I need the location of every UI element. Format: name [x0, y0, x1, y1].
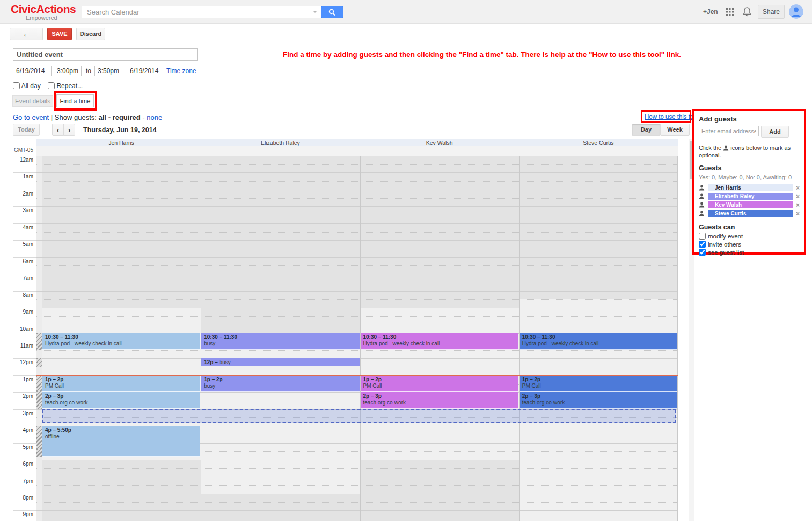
rsvp-counts: Yes: 0, Maybe: 0, No: 0, Awaiting: 0 [699, 174, 800, 180]
half-hour-line [36, 181, 678, 182]
guest-chip-elizabeth-raley: Elizabeth Raley [708, 193, 793, 200]
half-hour-line [36, 265, 678, 266]
person-icon[interactable] [699, 202, 705, 208]
event-time: 10:30 – 11:30 [522, 334, 675, 341]
guests-can-heading: Guests can [699, 223, 800, 231]
event-hydra-pod-weekly-check-in-call[interactable]: 10:30 – 11:30Hydra pod - weekly check in… [520, 333, 677, 349]
person-icon[interactable] [699, 193, 705, 199]
permission-label: see guest list [708, 249, 744, 256]
calendar-grid: Jen HarrisElizabeth RaleyKev WalshSteve … [0, 0, 812, 521]
remove-guest-icon[interactable]: × [796, 193, 800, 200]
event-teach-org-co-work[interactable]: 2p – 3pteach.org co-work [520, 392, 677, 408]
axis-hour-line [13, 172, 36, 173]
hour-line [36, 257, 678, 258]
permission-label: modify event [708, 233, 743, 240]
hour-label-9am: 9am [13, 309, 33, 315]
tab-find-a-time[interactable]: Find a time [56, 94, 94, 107]
event-title: PM Call [45, 383, 197, 389]
event-offline[interactable]: 4p – 5:50poffline [42, 426, 200, 457]
axis-hour-line [13, 409, 36, 410]
remove-guest-icon[interactable]: × [796, 202, 800, 208]
person-icon [723, 145, 729, 151]
half-hour-line [36, 232, 678, 233]
hour-line [36, 510, 678, 511]
hour-label-2am: 2am [13, 191, 33, 197]
event-teach-org-co-work[interactable]: 2p – 3pteach.org co-work [361, 392, 518, 408]
axis-hour-line [13, 375, 36, 376]
hour-line [36, 308, 678, 308]
axis-hour-line [13, 477, 36, 477]
event-time: 10:30 – 11:30 [204, 334, 356, 341]
person-icon[interactable] [699, 211, 705, 216]
event-busy[interactable]: 1p – 2pbusy [201, 375, 359, 392]
hour-line [36, 190, 678, 190]
event-title: Hydra pod - weekly check in call [522, 341, 675, 347]
event-title: Hydra pod - weekly check in call [45, 341, 197, 347]
axis-hour-line [13, 494, 36, 494]
event-title: teach.org co-work [363, 400, 516, 406]
event-title: offline [45, 433, 197, 440]
axis-hour-line [13, 274, 36, 274]
remove-guest-icon[interactable]: × [796, 211, 800, 217]
event-title: teach.org co-work [522, 400, 675, 406]
half-hour-line [36, 316, 678, 317]
hour-label-12am: 12am [13, 157, 33, 163]
axis-hour-line [13, 460, 36, 460]
event-teach-org-co-work[interactable]: 2p – 3pteach.org co-work [42, 392, 200, 408]
remove-guest-icon[interactable]: × [796, 185, 800, 191]
busy-hatch-indicator [36, 333, 42, 350]
permission-modify-event: modify event [699, 233, 800, 240]
event-busy[interactable]: 12p – busy [201, 358, 359, 366]
event-time: 1p – 2p [522, 377, 675, 383]
guest-row: Jen Harris× [699, 184, 800, 192]
time-marker-line [36, 375, 678, 376]
half-hour-line [36, 367, 678, 367]
hour-line [36, 460, 678, 460]
hour-label-7am: 7am [13, 275, 33, 281]
axis-hour-line [13, 206, 36, 207]
axis-hour-line [13, 257, 36, 258]
permission-label: invite others [708, 241, 741, 248]
add-guests-panel: Add guests Add Click the icons below to … [692, 109, 806, 255]
busy-hatch-indicator [36, 375, 42, 409]
event-inline-label: 12p – busy [204, 359, 356, 366]
axis-hour-line [13, 426, 36, 426]
event-pm-call[interactable]: 1p – 2pPM Call [361, 375, 518, 392]
hour-label-10am: 10am [13, 326, 33, 332]
event-pm-call[interactable]: 1p – 2pPM Call [520, 375, 677, 392]
event-time: 4p – 5:50p [45, 427, 197, 433]
calendar-day-grid: 10:30 – 11:30Hydra pod - weekly check in… [36, 156, 678, 521]
half-hour-line [36, 249, 678, 249]
add-guests-heading: Add guests [699, 115, 800, 123]
event-time: 1p – 2p [204, 377, 356, 383]
axis-hour-line [13, 443, 36, 444]
half-hour-line [36, 519, 678, 519]
half-hour-line [36, 283, 678, 283]
event-title: busy [204, 383, 356, 389]
event-busy[interactable]: 10:30 – 11:30busy [201, 333, 359, 349]
hour-line [36, 172, 678, 173]
axis-hour-line [13, 223, 36, 224]
half-hour-line [36, 164, 678, 165]
permission-checkbox[interactable] [699, 233, 706, 240]
optional-hint: Click the icons below to mark as optiona… [699, 144, 800, 159]
calendar-allday-strip [36, 146, 678, 156]
column-separator [677, 156, 678, 521]
event-time: 10:30 – 11:30 [45, 334, 197, 341]
event-time: 2p – 3p [45, 393, 197, 400]
hour-line [36, 274, 678, 274]
event-hydra-pod-weekly-check-in-call[interactable]: 10:30 – 11:30Hydra pod - weekly check in… [361, 333, 518, 349]
axis-hour-line [13, 291, 36, 292]
event-hydra-pod-weekly-check-in-call[interactable]: 10:30 – 11:30Hydra pod - weekly check in… [42, 333, 200, 349]
guest-email-input[interactable] [699, 126, 759, 136]
person-icon[interactable] [699, 185, 705, 191]
hint-text: Click the [699, 144, 721, 151]
permission-checkbox[interactable] [699, 241, 706, 248]
add-guest-button[interactable]: Add [761, 126, 789, 138]
page: CivicActions Empowered +Jen Share ← SAVE… [0, 0, 812, 521]
axis-hour-line [13, 156, 36, 156]
event-pm-call[interactable]: 1p – 2pPM Call [42, 375, 200, 392]
half-hour-line [36, 198, 678, 199]
permission-checkbox[interactable] [699, 249, 706, 256]
proposed-time-selection[interactable] [42, 409, 676, 423]
